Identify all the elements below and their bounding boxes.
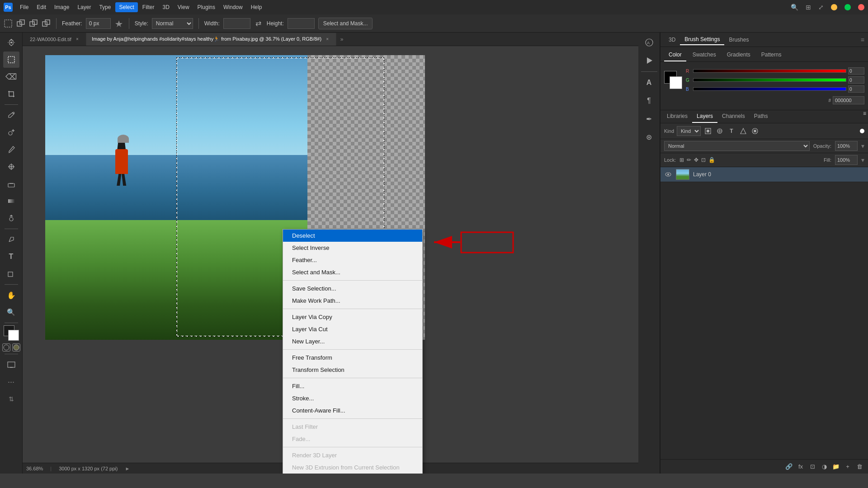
- pen-tool[interactable]: [3, 231, 19, 248]
- feather-input[interactable]: [86, 18, 111, 29]
- ctx-deselect[interactable]: Deselect: [283, 230, 422, 242]
- ctx-make-work-path[interactable]: Make Work Path...: [283, 295, 422, 307]
- link-layers-icon[interactable]: 🔗: [784, 462, 794, 472]
- opacity-dropdown-icon[interactable]: ▾: [861, 142, 864, 150]
- smart-filter-icon[interactable]: [750, 127, 760, 136]
- play-icon[interactable]: [641, 52, 657, 69]
- eraser-tool[interactable]: [3, 176, 19, 192]
- tab-file2-close[interactable]: ×: [324, 36, 330, 42]
- b-value[interactable]: [848, 85, 864, 93]
- tab-file1-close[interactable]: ×: [74, 36, 80, 42]
- lasso-tool[interactable]: ⌫: [3, 69, 19, 85]
- lock-transparent-icon[interactable]: ⊞: [679, 157, 684, 163]
- swap-icon[interactable]: ⇄: [254, 19, 263, 28]
- menu-image[interactable]: Image: [51, 2, 73, 12]
- marquee-intersect-icon[interactable]: [42, 19, 51, 28]
- g-slider[interactable]: [693, 78, 846, 82]
- fill-input[interactable]: [835, 155, 858, 165]
- menu-filter[interactable]: Filter: [139, 2, 158, 12]
- tab-brush-settings[interactable]: Brush Settings: [680, 34, 724, 45]
- swatches-tab[interactable]: Swatches: [688, 49, 721, 61]
- r-slider[interactable]: [693, 69, 846, 73]
- g-value[interactable]: [848, 76, 864, 84]
- text-tool[interactable]: T: [3, 249, 19, 265]
- menu-type[interactable]: Type: [95, 2, 114, 12]
- gradient-tool[interactable]: [3, 193, 19, 209]
- menu-help[interactable]: Help: [247, 2, 266, 12]
- menu-plugins[interactable]: Plugins: [194, 2, 219, 12]
- ctx-fill[interactable]: Fill...: [283, 380, 422, 392]
- quick-mask-off[interactable]: [2, 343, 10, 352]
- lock-all-icon[interactable]: 🔒: [708, 157, 715, 163]
- content-aware-icon[interactable]: A: [641, 34, 657, 51]
- brush-tool[interactable]: [3, 141, 19, 158]
- marquee-subtract-icon[interactable]: [16, 19, 25, 28]
- layers-panel-menu[interactable]: ≡: [863, 110, 866, 123]
- select-mask-button[interactable]: Select and Mask...: [318, 18, 373, 29]
- paths-tab[interactable]: Paths: [750, 110, 773, 123]
- swirl-icon[interactable]: ⊛: [641, 129, 657, 145]
- menu-file[interactable]: File: [16, 2, 32, 12]
- delete-layer-icon[interactable]: 🗑: [854, 462, 864, 472]
- color-swatches[interactable]: [4, 325, 19, 341]
- ctx-free-transform[interactable]: Free Transform: [283, 352, 422, 364]
- menu-edit[interactable]: Edit: [33, 2, 50, 12]
- menu-window[interactable]: Window: [220, 2, 246, 12]
- dodge-tool[interactable]: [3, 210, 19, 226]
- marquee-add-icon[interactable]: [29, 19, 38, 28]
- tab-file1[interactable]: 22-WA0000-Edit.tif ×: [24, 33, 86, 46]
- background-color[interactable]: [8, 330, 19, 341]
- history-brush-icon[interactable]: ✒: [641, 111, 657, 127]
- layer-effects-icon[interactable]: fx: [796, 462, 806, 472]
- paragraph-icon[interactable]: ¶: [641, 93, 657, 109]
- tab-3d[interactable]: 3D: [664, 35, 680, 45]
- search-icon[interactable]: 🔍: [791, 4, 798, 11]
- blend-mode-select[interactable]: Normal Dissolve Multiply Screen Overlay: [664, 141, 810, 151]
- width-input[interactable]: [223, 18, 250, 29]
- window-maximize[interactable]: [844, 4, 851, 10]
- window-close[interactable]: [858, 4, 864, 10]
- hex-input[interactable]: [833, 96, 864, 104]
- style-select[interactable]: Normal Fixed Ratio Fixed Size: [152, 18, 193, 29]
- crop-tool[interactable]: [3, 86, 19, 102]
- zoom-tool[interactable]: 🔍: [3, 304, 19, 320]
- panel-icon[interactable]: ⊞: [806, 4, 811, 11]
- ctx-transform-selection[interactable]: Transform Selection: [283, 364, 422, 376]
- menu-select[interactable]: Select: [115, 2, 137, 12]
- status-nav-arrow[interactable]: ►: [125, 466, 130, 471]
- height-input[interactable]: [288, 18, 315, 29]
- menu-view[interactable]: View: [174, 2, 193, 12]
- gradients-tab[interactable]: Gradients: [722, 49, 755, 61]
- menu-layer[interactable]: Layer: [74, 2, 94, 12]
- menu-3d[interactable]: 3D: [159, 2, 173, 12]
- ctx-save-selection[interactable]: Save Selection...: [283, 282, 422, 295]
- layers-tab[interactable]: Layers: [692, 110, 717, 123]
- ctx-layer-via-cut[interactable]: Layer Via Cut: [283, 323, 422, 335]
- ctx-stroke[interactable]: Stroke...: [283, 392, 422, 404]
- more-tools[interactable]: ···: [3, 374, 19, 390]
- layer-visibility-toggle[interactable]: [664, 170, 672, 178]
- ctx-select-mask[interactable]: Select and Mask...: [283, 266, 422, 278]
- new-layer-icon[interactable]: +: [843, 462, 853, 472]
- tab-file2[interactable]: Image by Anja@helpinghands #solidarity#s…: [86, 33, 336, 46]
- ctx-layer-via-copy[interactable]: Layer Via Copy: [283, 311, 422, 323]
- opacity-input[interactable]: [835, 141, 858, 151]
- ctx-select-inverse[interactable]: Select Inverse: [283, 242, 422, 254]
- lock-position-icon[interactable]: ✥: [694, 157, 698, 163]
- tab-brushes[interactable]: Brushes: [724, 35, 753, 45]
- ctx-content-aware-fill[interactable]: Content-Aware Fill...: [283, 404, 422, 417]
- move-tool[interactable]: [3, 34, 19, 51]
- new-group-icon[interactable]: 📁: [831, 462, 841, 472]
- patterns-tab[interactable]: Patterns: [757, 49, 786, 61]
- color-tab[interactable]: Color: [664, 49, 686, 61]
- marquee-tool[interactable]: [3, 52, 19, 68]
- kind-select[interactable]: Kind: [677, 126, 701, 136]
- extra-tools[interactable]: ⇅: [3, 391, 19, 407]
- shape-tool[interactable]: [3, 266, 19, 282]
- layer-item-0[interactable]: Layer 0: [660, 167, 868, 182]
- eyedropper-tool[interactable]: [3, 107, 19, 123]
- lock-pixels-icon[interactable]: ✏: [687, 157, 691, 163]
- lock-artboard-icon[interactable]: ⊡: [701, 157, 706, 163]
- tab-nav-right[interactable]: »: [336, 33, 347, 46]
- ctx-new-layer[interactable]: New Layer...: [283, 335, 422, 347]
